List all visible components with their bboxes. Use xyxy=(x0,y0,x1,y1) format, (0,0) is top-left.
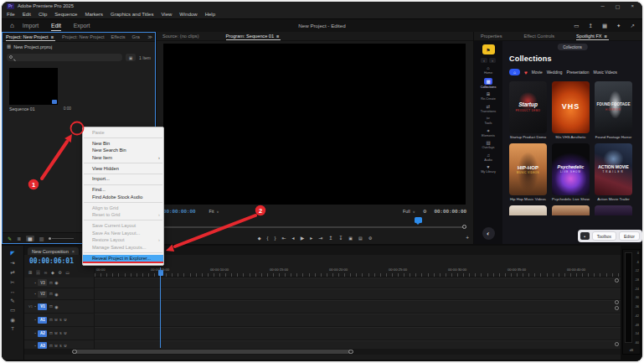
track-lock-icon[interactable]: ▪ xyxy=(35,304,36,309)
sync-lock-icon[interactable]: ⊡ xyxy=(49,318,53,322)
track-target-button[interactable]: V3 xyxy=(38,279,47,286)
add-marker-icon[interactable]: ◆ xyxy=(51,270,54,275)
zoom-level-select[interactable]: Fit ∨ xyxy=(209,209,219,214)
maximize-icon[interactable]: ▢ xyxy=(616,3,621,9)
slip-tool-icon[interactable]: ↔ xyxy=(10,288,16,294)
sidebar-item-home[interactable]: ⌂ Home xyxy=(484,65,492,75)
frame-panel-icon[interactable]: ▭ xyxy=(574,23,579,29)
collection-card[interactable]: FOUND FOOTAGE HORROR Found Footage Horro… xyxy=(595,81,632,139)
favorites-heart-icon[interactable]: ♥ xyxy=(524,70,528,75)
tab-edit[interactable]: Edit xyxy=(51,21,61,31)
collection-card[interactable]: VHS 90s VHS Aesthetic xyxy=(552,81,590,139)
mute-button[interactable]: M xyxy=(54,344,57,348)
panel-menu-icon[interactable]: ≡ xyxy=(51,34,54,39)
card-thumbnail[interactable]: Startup PRODUCT DEMO xyxy=(509,81,547,133)
editor-button[interactable]: Editor xyxy=(619,231,640,241)
card-thumbnail[interactable]: FOUND FOOTAGE HORROR xyxy=(595,81,632,133)
track-output-eye-icon[interactable]: ◉ xyxy=(54,292,58,297)
sync-lock-icon[interactable]: ⊡ xyxy=(49,304,53,309)
scrollbar-handle[interactable] xyxy=(615,342,619,346)
track-target-button[interactable]: V2 xyxy=(38,291,47,298)
zoom-slider[interactable] xyxy=(49,237,74,240)
go-to-out-icon[interactable]: ⇥ xyxy=(318,235,322,241)
type-tool-icon[interactable]: T xyxy=(11,326,14,331)
menu-sequence[interactable]: Sequence xyxy=(54,12,77,17)
track-lane[interactable] xyxy=(95,288,621,299)
button-editor-icon[interactable]: ⚙ xyxy=(368,236,372,241)
program-video-frame[interactable] xyxy=(163,44,466,205)
close-tab-icon[interactable]: × xyxy=(72,249,75,254)
export-frame-icon[interactable]: ▣ xyxy=(348,236,353,241)
tab-spotlight-fx[interactable]: Spotlight FX ≡ xyxy=(576,33,609,40)
scrollbar-handle[interactable] xyxy=(615,300,619,304)
sync-lock-icon[interactable]: ⊡ xyxy=(49,292,53,296)
filter-bin-icon[interactable]: ▣ xyxy=(126,54,136,61)
play-icon[interactable]: ▶ xyxy=(301,235,305,241)
track-target-button[interactable]: A2 xyxy=(38,330,47,337)
rectangle-tool-icon[interactable]: ▭ xyxy=(10,307,15,314)
menu-item-new-search-bin[interactable]: New Search Bin xyxy=(83,147,163,154)
track-lock-icon[interactable]: ▪ xyxy=(35,292,36,296)
category-movie[interactable]: Movie xyxy=(532,70,543,75)
track-lock-icon[interactable]: ▪ xyxy=(35,331,36,335)
menu-markers[interactable]: Markers xyxy=(85,12,103,17)
menu-edit[interactable]: Edit xyxy=(23,12,31,17)
tab-effects[interactable]: Effects xyxy=(111,34,126,39)
ripple-edit-tool-icon[interactable]: ⇄ xyxy=(10,269,14,276)
sync-lock-icon[interactable]: ⊡ xyxy=(49,331,53,335)
menu-item-new-item[interactable]: New Item› xyxy=(83,154,163,162)
playback-resolution-select[interactable]: Full ∨ xyxy=(403,209,415,214)
nest-sequences-icon[interactable]: ⊞ xyxy=(28,270,32,275)
pen-tool-icon[interactable]: ✎ xyxy=(10,298,14,304)
collection-card[interactable]: ACTION MOVIE TRAILER Action Movie Traile… xyxy=(595,143,632,201)
notification-bubble-icon[interactable] xyxy=(415,217,422,223)
sync-lock-icon[interactable]: ⊡ xyxy=(49,281,53,285)
track-row-a1[interactable]: ▪ A1 ⊡ M S Ψ xyxy=(24,314,621,326)
tab-new-composition[interactable]: New Composition × xyxy=(28,247,79,255)
category-music-videos[interactable]: Music Videos xyxy=(593,70,616,75)
icon-view-icon[interactable]: ▦ xyxy=(26,236,34,241)
toolbox-button[interactable]: Toolbox xyxy=(592,231,616,241)
add-marker-icon[interactable]: ◆ xyxy=(258,236,261,241)
menu-item-new-bin[interactable]: New Bin xyxy=(83,140,163,148)
voiceover-record-icon[interactable]: Ψ xyxy=(64,318,66,322)
collections-pill[interactable]: Collections xyxy=(557,44,587,50)
menu-item-view-hidden[interactable]: View Hidden xyxy=(83,165,163,173)
track-lane[interactable] xyxy=(95,327,621,340)
menu-window[interactable]: Window xyxy=(179,12,197,17)
track-target-button[interactable]: A3 xyxy=(38,342,47,349)
menu-file[interactable]: File xyxy=(7,12,15,17)
card-thumbnail[interactable]: ACTION MOVIE TRAILER xyxy=(595,143,632,195)
hand-tool-icon[interactable]: ◉ xyxy=(10,317,15,324)
track-lock-icon[interactable]: ▪ xyxy=(35,281,36,285)
list-view-icon[interactable]: ≣ xyxy=(17,236,21,241)
nav-back-icon[interactable]: ‹ xyxy=(481,58,487,63)
menu-item-reveal-project-in-explorer[interactable]: Reveal Project in Explorer... xyxy=(83,255,163,263)
close-icon[interactable]: × xyxy=(631,3,634,8)
comparison-view-icon[interactable]: ▤ xyxy=(358,236,363,241)
card-thumbnail[interactable] xyxy=(552,205,590,215)
sequence-item[interactable]: Sequence 01 0:00 xyxy=(9,68,71,111)
mark-in-icon[interactable]: { xyxy=(267,236,269,241)
captions-icon[interactable]: ▭ xyxy=(65,270,70,275)
sidebar-item-audio[interactable]: ♫ Audio xyxy=(484,153,492,162)
menu-graphics-and-titles[interactable]: Graphics and Titles xyxy=(111,12,153,17)
playhead-line[interactable] xyxy=(160,267,161,348)
assistant-icon[interactable]: ◐ xyxy=(482,227,495,240)
workspaces-icon[interactable]: ▦ xyxy=(602,23,607,29)
track-output-eye-icon[interactable]: ◉ xyxy=(54,280,58,285)
tab-effect-controls[interactable]: Effect Controls xyxy=(524,34,555,39)
solo-button[interactable]: S xyxy=(59,344,62,348)
linked-selection-icon[interactable]: ∞ xyxy=(44,270,48,275)
mark-out-icon[interactable]: } xyxy=(275,236,276,241)
tab-project-2[interactable]: Project: New Project xyxy=(62,34,105,39)
card-thumbnail[interactable]: VHS xyxy=(552,81,590,133)
go-to-in-icon[interactable]: ⇤ xyxy=(282,235,286,241)
voiceover-record-icon[interactable]: Ψ xyxy=(64,344,66,348)
voiceover-record-icon[interactable]: Ψ xyxy=(64,331,66,335)
search-input[interactable] xyxy=(7,54,122,61)
card-thumbnail[interactable] xyxy=(509,205,547,215)
source-patch[interactable]: V1 xyxy=(26,304,33,309)
sequence-thumbnail[interactable] xyxy=(9,68,58,105)
settings-wrench-icon[interactable]: ⚙ xyxy=(423,209,427,214)
